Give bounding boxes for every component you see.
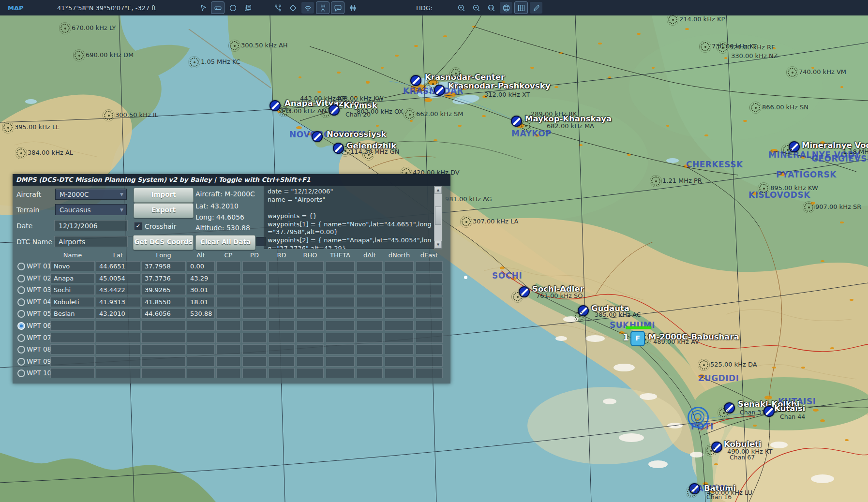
waypoint-cell-rd[interactable] (269, 344, 295, 354)
waypoint-cell-lat[interactable]: 44.6651 (96, 261, 140, 271)
waypoint-cell-dalt[interactable] (357, 321, 383, 331)
get-dcs-coords-button[interactable]: Get DCS Coords (133, 235, 194, 250)
waypoint-cell-name[interactable]: Anapa (50, 273, 95, 283)
waypoint-cell-rd[interactable] (269, 356, 295, 367)
waypoint-cell-theta[interactable] (326, 309, 355, 319)
ruler-icon[interactable] (211, 2, 224, 14)
airport-icon[interactable] (312, 131, 323, 142)
waypoint-cell-deast[interactable] (416, 368, 443, 378)
waypoint-cell-dalt[interactable] (357, 261, 383, 271)
waypoint-cell-lat[interactable] (96, 356, 140, 367)
waypoint-cell-alt[interactable]: 18.01 (187, 297, 215, 307)
waypoint-cell-name[interactable] (50, 344, 95, 354)
waypoint-cell-theta[interactable] (326, 333, 355, 343)
waypoint-cell-long[interactable] (141, 333, 186, 343)
waypoint-cell-dnorth[interactable] (385, 261, 414, 271)
waypoint-cell-rho[interactable] (297, 333, 324, 343)
waypoint-cell-cp[interactable] (216, 297, 240, 307)
import-button[interactable]: Import (134, 188, 194, 203)
grid-icon[interactable] (515, 2, 527, 14)
waypoint-cell-dalt[interactable] (357, 368, 383, 378)
waypoint-cell-deast[interactable] (416, 309, 443, 319)
waypoint-cell-pd[interactable] (242, 285, 267, 295)
waypoint-cell-cp[interactable] (216, 285, 240, 295)
waypoint-cell-theta[interactable] (326, 344, 355, 354)
dtc-name-input[interactable]: Airports (54, 236, 128, 247)
waypoint-cell-deast[interactable] (416, 273, 443, 283)
waypoint-cell-dnorth[interactable] (385, 356, 414, 367)
waypoint-cell-pd[interactable] (242, 356, 267, 367)
waypoint-cell-rho[interactable] (297, 356, 324, 367)
waypoint-cell-rho[interactable] (297, 344, 324, 354)
waypoint-cell-theta[interactable] (326, 285, 355, 295)
waypoint-cell-lat[interactable] (96, 344, 140, 354)
waypoint-cell-long[interactable]: 41.8550 (141, 297, 186, 307)
waypoint-cell-alt[interactable] (187, 356, 215, 367)
waypoint-cell-dnorth[interactable] (385, 368, 414, 378)
waypoint-radio[interactable] (17, 322, 25, 330)
waypoint-cell-rd[interactable] (269, 285, 295, 295)
map-mode-label[interactable]: MAP (8, 4, 24, 12)
waypoint-cell-rho[interactable] (297, 273, 324, 283)
aircraft-dropdown[interactable]: M-2000C ▼ (55, 189, 127, 200)
waypoint-cell-theta[interactable] (326, 261, 355, 271)
waypoint-cell-lat[interactable]: 45.0054 (96, 273, 140, 283)
waypoint-cell-rho[interactable] (297, 261, 324, 271)
waypoint-radio[interactable] (17, 369, 25, 377)
waypoint-cell-rd[interactable] (269, 333, 295, 343)
waypoint-cell-rd[interactable] (269, 321, 295, 331)
waypoint-cell-long[interactable] (141, 356, 186, 367)
waypoint-cell-rd[interactable] (269, 309, 295, 319)
waypoint-cell-name[interactable]: Beslan (50, 309, 95, 319)
waypoint-cell-dnorth[interactable] (385, 344, 414, 354)
cursor-icon[interactable] (196, 2, 209, 14)
waypoint-cell-dalt[interactable] (357, 285, 383, 295)
waypoint-cell-rho[interactable] (297, 297, 324, 307)
waypoint-cell-rho[interactable] (297, 321, 324, 331)
waypoint-cell-rd[interactable] (269, 297, 295, 307)
waypoint-radio[interactable] (17, 310, 25, 318)
waypoint-cell-dalt[interactable] (357, 309, 383, 319)
zoom-out-icon[interactable] (470, 2, 482, 14)
waypoint-cell-alt[interactable]: 0.00 (187, 261, 215, 271)
export-button[interactable]: Export (134, 203, 194, 218)
waypoint-cell-lat[interactable] (96, 333, 140, 343)
waypoint-radio[interactable] (17, 263, 25, 270)
airport-icon[interactable] (410, 75, 421, 86)
waypoint-cell-dnorth[interactable] (385, 273, 414, 283)
waypoint-cell-alt[interactable]: 30.01 (187, 285, 215, 295)
waypoint-cell-dnorth[interactable] (385, 321, 414, 331)
waypoint-cell-theta[interactable] (326, 273, 355, 283)
waypoint-cell-theta[interactable] (326, 321, 355, 331)
waypoint-cell-name[interactable] (50, 321, 95, 331)
scrollbar-thumb[interactable] (435, 207, 441, 225)
waypoint-cell-long[interactable] (141, 368, 186, 378)
waypoint-cell-pd[interactable] (242, 368, 267, 378)
waypoint-cell-name[interactable] (50, 368, 95, 378)
wifi-icon[interactable] (301, 2, 314, 14)
waypoint-cell-long[interactable]: 39.9265 (141, 285, 186, 295)
waypoint-cell-dnorth[interactable] (385, 333, 414, 343)
waypoint-cell-deast[interactable] (416, 261, 443, 271)
waypoint-cell-alt[interactable] (187, 344, 215, 354)
waypoint-cell-rho[interactable] (297, 309, 324, 319)
waypoint-cell-dalt[interactable] (357, 297, 383, 307)
waypoint-cell-dalt[interactable] (357, 356, 383, 367)
sliders-icon[interactable] (346, 2, 359, 14)
crosshair-icon[interactable] (286, 2, 299, 14)
airport-icon[interactable] (763, 406, 775, 417)
globe-icon[interactable] (500, 2, 512, 14)
waypoint-cell-deast[interactable] (416, 321, 443, 331)
editor-scrollbar[interactable]: ▲ ▼ (434, 186, 442, 249)
waypoint-cell-deast[interactable] (416, 344, 443, 354)
waypoint-radio[interactable] (17, 346, 25, 354)
scroll-up-icon[interactable]: ▲ (434, 186, 442, 194)
waypoint-cell-long[interactable]: 37.7958 (141, 261, 186, 271)
waypoint-cell-alt[interactable] (187, 321, 215, 331)
waypoint-cell-deast[interactable] (416, 333, 443, 343)
waypoint-cell-long[interactable]: 37.3736 (141, 273, 186, 283)
waypoint-cell-theta[interactable] (326, 368, 355, 378)
waypoint-cell-lat[interactable] (96, 368, 140, 378)
waypoint-cell-cp[interactable] (216, 261, 240, 271)
waypoint-cell-cp[interactable] (216, 273, 240, 283)
